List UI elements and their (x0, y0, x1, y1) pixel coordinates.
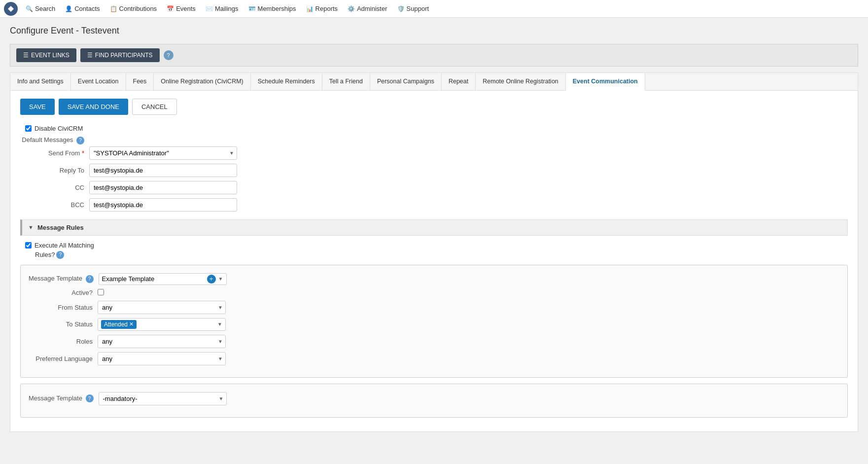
reply-to-label: Reply To (20, 167, 84, 174)
rule1-template-select-wrapper: Example Template + ▼ (99, 273, 227, 285)
rule2-template-help-icon[interactable]: ? (86, 394, 94, 402)
rule-box-2: Message Template ? -mandatory- ▼ (20, 384, 848, 418)
contacts-icon: 👤 (65, 5, 72, 12)
search-icon: 🔍 (26, 5, 33, 12)
bcc-input[interactable] (89, 198, 237, 212)
find-participants-button[interactable]: ☰ FIND PARTICIPANTS (80, 48, 160, 62)
rule1-active-field (98, 289, 245, 297)
execute-all-row: Execute All Matching (20, 242, 848, 249)
rule-box-1: Message Template ? Example Template + ▼ … (20, 265, 848, 378)
default-messages-row: Default Messages ? (20, 136, 848, 144)
event-links-button[interactable]: ☰ EVENT LINKS (16, 48, 76, 62)
execute-all-help-icon[interactable]: ? (56, 251, 64, 259)
rule1-roles-field: any ▼ (98, 335, 245, 348)
nav-memberships[interactable]: 🪪 Memberships (244, 3, 300, 14)
disable-civicrm-checkbox[interactable] (25, 125, 32, 132)
cc-row: CC (20, 181, 848, 194)
rule1-template-help-icon[interactable]: ? (86, 275, 94, 283)
reply-to-field (89, 164, 237, 177)
events-icon: 📅 (167, 5, 174, 12)
default-messages-help-icon[interactable]: ? (76, 137, 84, 144)
rule1-from-status-label: From Status (29, 304, 93, 311)
tab-fees[interactable]: Fees (126, 73, 154, 90)
execute-all-checkbox[interactable] (25, 242, 32, 249)
send-from-field: "SYSTOPIA Administrator" ▼ (89, 146, 237, 160)
disable-civicrm-label: Disable CiviCRM (35, 125, 83, 132)
rule2-template-select[interactable]: -mandatory- (99, 392, 227, 405)
reply-to-row: Reply To (20, 164, 848, 177)
reports-icon: 📊 (306, 5, 313, 12)
rule1-roles-select[interactable]: any (98, 335, 226, 348)
rule2-message-template-row: Message Template ? -mandatory- ▼ (29, 392, 839, 405)
rule1-message-template-field: Example Template + ▼ (99, 273, 246, 285)
rule1-to-status-select[interactable] (139, 321, 215, 328)
rule1-from-status-select[interactable]: any (98, 301, 226, 314)
nav-events[interactable]: 📅 Events (163, 3, 200, 14)
rule1-to-status-row: To Status Attended ✕ ▼ (29, 318, 839, 331)
bcc-label: BCC (20, 201, 84, 209)
rule2-message-template-field: -mandatory- ▼ (99, 392, 246, 405)
rule1-template-select[interactable]: Example Template (102, 275, 206, 283)
contributions-icon: 📋 (110, 5, 117, 12)
message-rules-section-header[interactable]: ▼ Message Rules (20, 219, 848, 236)
tab-personal-campaigns[interactable]: Personal Campaigns (370, 73, 442, 90)
save-and-done-button[interactable]: SAVE AND DONE (59, 99, 128, 115)
default-messages-label: Default Messages ? (20, 136, 84, 144)
nav-search[interactable]: 🔍 Search (22, 3, 59, 14)
tab-tell-friend[interactable]: Tell a Friend (322, 73, 370, 90)
rule1-template-dropdown-arrow: ▼ (218, 276, 223, 282)
tabs-bar: Info and Settings Event Location Fees On… (10, 72, 858, 90)
reply-to-input[interactable] (89, 164, 237, 177)
support-icon: 🛡️ (397, 5, 405, 12)
form-area: SAVE SAVE AND DONE CANCEL Disable CiviCR… (10, 90, 858, 432)
list-icon: ☰ (23, 52, 29, 59)
cc-label: CC (20, 184, 84, 191)
rule1-roles-row: Roles any ▼ (29, 335, 839, 348)
save-button[interactable]: SAVE (20, 99, 55, 115)
rule1-roles-select-wrapper: any ▼ (98, 335, 226, 348)
rule1-preferred-language-select[interactable]: any (98, 352, 226, 365)
list-icon-2: ☰ (87, 52, 93, 59)
mailings-icon: ✉️ (206, 5, 213, 12)
rule1-to-status-arrow: ▼ (217, 321, 222, 327)
tab-event-communication[interactable]: Event Communication (566, 73, 645, 91)
cc-field (89, 181, 237, 194)
rule2-message-template-label: Message Template ? (29, 394, 94, 403)
rule1-message-template-label: Message Template ? (29, 275, 94, 283)
event-toolbar: ☰ EVENT LINKS ☰ FIND PARTICIPANTS ? (10, 44, 858, 67)
page-title: Configure Event - Testevent (10, 26, 858, 36)
rule1-active-row: Active? (29, 289, 839, 297)
tab-schedule-reminders[interactable]: Schedule Reminders (251, 73, 322, 90)
rule1-template-add-icon[interactable]: + (207, 275, 216, 284)
nav-mailings[interactable]: ✉️ Mailings (202, 3, 243, 14)
rule1-to-status-label: To Status (29, 321, 93, 328)
rule1-to-status-remove[interactable]: ✕ (129, 321, 134, 327)
rule1-to-status-wrapper: Attended ✕ ▼ (98, 318, 226, 331)
rule2-template-select-wrapper: -mandatory- ▼ (99, 392, 227, 405)
nav-reports[interactable]: 📊 Reports (302, 3, 342, 14)
cc-input[interactable] (89, 181, 237, 194)
nav-support[interactable]: 🛡️ Support (393, 3, 433, 14)
rule1-to-status-tag: Attended ✕ (101, 320, 137, 329)
tab-info-settings[interactable]: Info and Settings (10, 73, 71, 90)
rule1-roles-label: Roles (29, 338, 93, 345)
tab-online-registration[interactable]: Online Registration (CiviCRM) (154, 73, 250, 90)
civicrm-logo (4, 2, 18, 16)
cancel-button[interactable]: CANCEL (132, 99, 177, 115)
tab-repeat[interactable]: Repeat (442, 73, 476, 90)
rule1-from-status-field: any ▼ (98, 301, 245, 314)
tab-event-location[interactable]: Event Location (71, 73, 126, 90)
rule1-active-label: Active? (29, 289, 93, 296)
toolbar-help-icon[interactable]: ? (164, 50, 174, 60)
nav-contributions[interactable]: 📋 Contributions (106, 3, 161, 14)
tab-remote-online-registration[interactable]: Remote Online Registration (476, 73, 566, 90)
rule1-active-checkbox[interactable] (98, 289, 104, 295)
bcc-field (89, 198, 237, 212)
administer-icon: ⚙️ (347, 5, 355, 12)
rule1-from-status-row: From Status any ▼ (29, 301, 839, 314)
send-from-select[interactable]: "SYSTOPIA Administrator" (89, 146, 237, 160)
rule1-preferred-language-select-wrapper: any ▼ (98, 352, 226, 365)
send-from-row: Send From * "SYSTOPIA Administrator" ▼ (20, 146, 848, 160)
nav-administer[interactable]: ⚙️ Administer (344, 3, 391, 14)
nav-contacts[interactable]: 👤 Contacts (61, 3, 104, 14)
